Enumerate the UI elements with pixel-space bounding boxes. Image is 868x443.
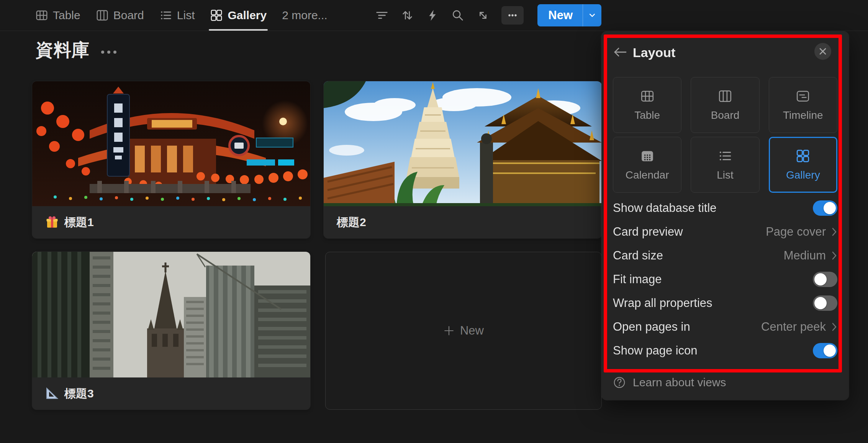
new-button[interactable]: New — [537, 4, 601, 26]
setting-wrap-all-properties[interactable]: Wrap all properties — [613, 291, 837, 315]
setting-open-pages-in[interactable]: Open pages in Center peek — [613, 315, 837, 339]
back-arrow-icon — [613, 46, 627, 58]
setting-value: Medium — [784, 249, 826, 263]
table-view-icon — [35, 9, 48, 22]
sort-icon — [401, 9, 414, 22]
view-options-button[interactable] — [501, 6, 524, 25]
view-type-label: Timeline — [783, 109, 823, 121]
new-page-card[interactable]: New — [325, 252, 602, 410]
learn-link-label: Learn about views — [633, 376, 726, 389]
layout-settings-panel: Layout Table Board Timeline Calendar — [601, 31, 849, 400]
view-type-table[interactable]: Table — [613, 77, 681, 133]
card-cover-image — [324, 81, 602, 206]
tab-table[interactable]: Table — [35, 0, 80, 31]
page-title: 資料庫 — [36, 38, 90, 62]
setting-label: Fit image — [613, 272, 662, 286]
tab-label: Gallery — [228, 9, 267, 22]
setting-show-database-title[interactable]: Show database title — [613, 196, 837, 220]
view-type-timeline[interactable]: Timeline — [769, 77, 837, 133]
automations-button[interactable] — [426, 8, 439, 22]
wrap-all-properties-toggle[interactable] — [813, 295, 837, 311]
learn-about-views-link[interactable]: Learn about views — [613, 372, 726, 393]
gallery-card-2[interactable]: 標題2 — [324, 81, 602, 238]
card-title: 標題3 — [64, 386, 94, 402]
card-cover-image — [32, 81, 310, 206]
gallery-view-icon — [796, 149, 810, 163]
setting-label: Card preview — [613, 225, 683, 239]
gallery-view-icon — [210, 9, 223, 22]
layout-settings-list: Show database title Card preview Page co… — [613, 196, 837, 363]
card-title: 標題2 — [337, 215, 366, 230]
list-view-icon — [718, 149, 732, 163]
filter-icon — [375, 9, 388, 22]
new-button-dropdown[interactable] — [583, 4, 601, 26]
view-type-list[interactable]: List — [691, 137, 759, 193]
view-type-calendar[interactable]: Calendar — [613, 137, 681, 193]
new-button-label[interactable]: New — [537, 4, 583, 26]
expand-button[interactable] — [476, 8, 490, 22]
view-type-label: List — [717, 169, 734, 181]
tab-label: Table — [53, 9, 80, 22]
close-icon — [819, 47, 827, 56]
title-menu-button[interactable] — [101, 47, 116, 54]
view-type-board[interactable]: Board — [691, 77, 759, 133]
setting-card-preview[interactable]: Card preview Page cover — [613, 220, 837, 244]
setting-value: Center peek — [761, 320, 826, 334]
tab-list[interactable]: List — [159, 0, 195, 31]
gallery-card-1[interactable]: 標題1 — [32, 81, 310, 238]
card-footer: 標題3 — [32, 377, 310, 410]
sort-button[interactable] — [400, 8, 414, 22]
view-type-label: Table — [634, 109, 660, 121]
database-title-row: 資料庫 — [36, 38, 116, 62]
view-type-grid: Table Board Timeline Calendar List Galle… — [613, 77, 837, 193]
card-cover-image — [32, 252, 310, 377]
setting-show-page-icon[interactable]: Show page icon — [613, 339, 837, 363]
filter-button[interactable] — [375, 8, 389, 22]
show-database-title-toggle[interactable] — [813, 200, 837, 216]
ellipsis-icon — [113, 51, 116, 54]
setting-label: Card size — [613, 249, 663, 263]
list-view-icon — [159, 9, 172, 22]
close-panel-button[interactable] — [814, 43, 831, 60]
gift-icon — [45, 215, 59, 229]
tab-label: 2 more... — [282, 9, 327, 22]
tab-board[interactable]: Board — [96, 0, 144, 31]
new-card-label: New — [460, 324, 484, 338]
view-type-label: Gallery — [786, 169, 820, 181]
setting-value: Page cover — [766, 225, 826, 239]
search-icon — [451, 9, 464, 22]
notion-dark-workspace: Table Board List Gallery 2 more... — [0, 0, 868, 443]
setting-card-size[interactable]: Card size Medium — [613, 244, 837, 267]
tab-label: List — [177, 9, 195, 22]
triangular-ruler-icon — [45, 387, 59, 400]
card-footer: 標題2 — [324, 206, 602, 238]
setting-label: Show page icon — [613, 344, 698, 358]
timeline-view-icon — [796, 89, 810, 103]
view-type-gallery[interactable]: Gallery — [769, 137, 837, 193]
back-button[interactable] — [613, 46, 627, 58]
tab-more-views[interactable]: 2 more... — [282, 0, 327, 31]
gallery-card-3[interactable]: 標題3 — [32, 252, 310, 410]
setting-fit-image[interactable]: Fit image — [613, 267, 837, 291]
setting-label: Show database title — [613, 201, 717, 215]
setting-label: Open pages in — [613, 320, 690, 334]
show-page-icon-toggle[interactable] — [813, 343, 837, 358]
toolbar-actions: New — [375, 4, 601, 26]
plus-icon — [443, 325, 455, 336]
board-view-icon — [96, 9, 109, 22]
ellipsis-icon — [107, 51, 110, 54]
search-button[interactable] — [451, 8, 465, 22]
ellipsis-icon — [101, 51, 104, 54]
tab-gallery[interactable]: Gallery — [210, 0, 267, 31]
tab-label: Board — [113, 9, 144, 22]
view-toolbar: Table Board List Gallery 2 more... — [0, 0, 868, 31]
board-view-icon — [718, 89, 732, 103]
lightning-icon — [426, 9, 439, 22]
view-type-label: Board — [711, 109, 740, 121]
chevron-right-icon — [831, 251, 837, 261]
setting-label: Wrap all properties — [613, 296, 712, 310]
view-tabs: Table Board List Gallery 2 more... — [35, 0, 328, 31]
calendar-view-icon — [640, 149, 655, 163]
fit-image-toggle[interactable] — [813, 272, 837, 287]
expand-icon — [477, 9, 490, 22]
